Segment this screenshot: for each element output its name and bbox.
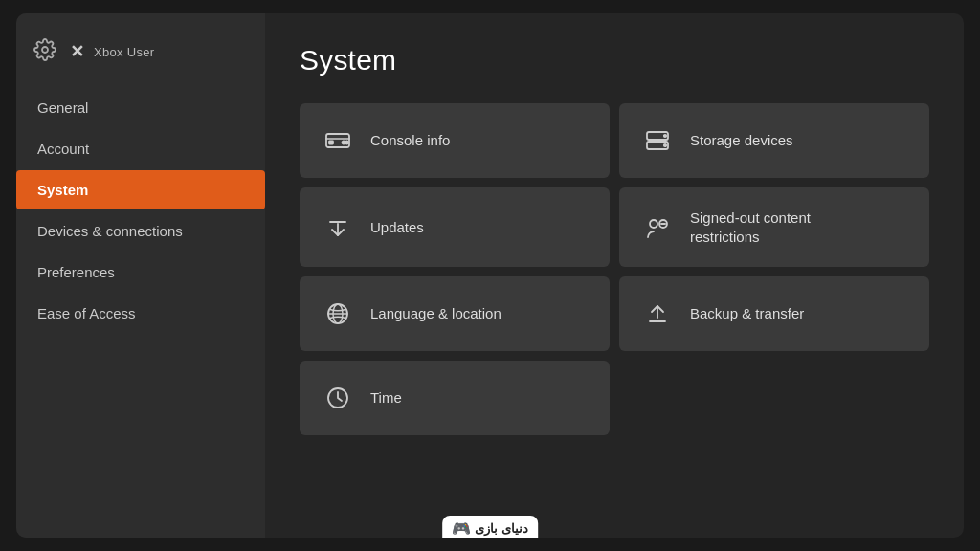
watermark-text: دنیای بازی xyxy=(475,521,528,536)
language-location-label: Language & location xyxy=(370,304,501,323)
storage-devices-label: Storage devices xyxy=(690,131,793,150)
card-backup-transfer[interactable]: Backup & transfer xyxy=(619,276,929,351)
time-label: Time xyxy=(370,388,402,408)
updates-icon xyxy=(323,212,353,243)
svg-rect-3 xyxy=(329,142,333,144)
svg-point-4 xyxy=(343,142,345,144)
card-language-location[interactable]: Language & location xyxy=(300,276,610,351)
main-content: System Console info xyxy=(265,13,964,538)
svg-point-8 xyxy=(664,135,666,137)
sidebar-nav: General Account System Devices & connect… xyxy=(16,84,265,337)
console-info-label: Console info xyxy=(370,131,450,150)
gear-icon xyxy=(33,38,60,65)
svg-point-0 xyxy=(42,47,48,53)
sidebar-item-ease-of-access[interactable]: Ease of Access xyxy=(16,294,265,333)
xbox-icon: ✕ xyxy=(70,41,84,62)
svg-point-9 xyxy=(664,144,666,146)
sidebar: ✕ Xbox User General Account System Devic… xyxy=(16,13,265,538)
settings-window: ✕ Xbox User General Account System Devic… xyxy=(16,13,964,538)
settings-grid: Console info Storage devices xyxy=(300,103,929,435)
page-title: System xyxy=(300,44,929,77)
sidebar-username: Xbox User xyxy=(94,45,154,59)
storage-devices-icon xyxy=(642,125,673,156)
sidebar-item-devices-connections[interactable]: Devices & connections xyxy=(16,211,265,251)
card-time[interactable]: Time xyxy=(300,361,610,435)
watermark-icon: 🎮 xyxy=(452,519,471,538)
sidebar-item-preferences[interactable]: Preferences xyxy=(16,253,265,292)
watermark: 🎮 دنیای بازی xyxy=(442,516,538,538)
restrictions-label: Signed-out contentrestrictions xyxy=(690,209,811,246)
sidebar-item-general[interactable]: General xyxy=(16,88,265,127)
svg-point-11 xyxy=(650,220,657,228)
card-updates[interactable]: Updates xyxy=(300,187,610,267)
card-signed-out-restrictions[interactable]: Signed-out contentrestrictions xyxy=(619,187,929,267)
language-icon xyxy=(323,298,353,329)
card-console-info[interactable]: Console info xyxy=(300,103,610,178)
backup-icon xyxy=(642,298,673,329)
sidebar-header: ✕ Xbox User xyxy=(16,29,265,84)
svg-point-5 xyxy=(345,142,348,144)
backup-transfer-label: Backup & transfer xyxy=(690,304,804,323)
time-icon xyxy=(323,383,353,413)
updates-label: Updates xyxy=(370,218,424,237)
sidebar-item-account[interactable]: Account xyxy=(16,129,265,168)
console-info-icon xyxy=(323,125,353,156)
card-storage-devices[interactable]: Storage devices xyxy=(619,103,929,178)
restrictions-icon xyxy=(642,212,673,243)
sidebar-item-system[interactable]: System xyxy=(16,170,265,209)
